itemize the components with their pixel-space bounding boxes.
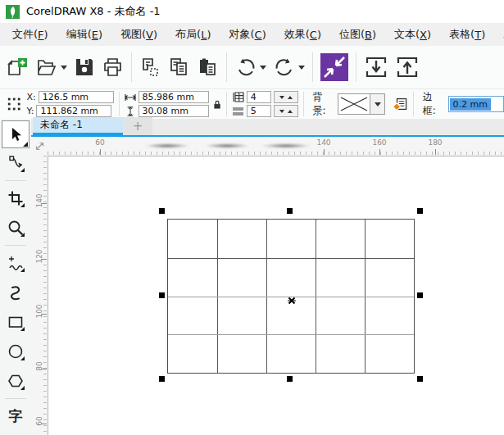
vruler-major-tick xyxy=(41,424,47,424)
new-tab-button[interactable]: + xyxy=(123,117,152,135)
shape-tool[interactable] xyxy=(0,148,31,178)
ruler-smudge xyxy=(262,143,310,148)
save-button[interactable] xyxy=(70,51,98,84)
import-button[interactable] xyxy=(361,51,392,84)
menu-text[interactable]: 文本(X) xyxy=(385,23,440,46)
vruler-label: 140 xyxy=(35,193,43,208)
crop-icon xyxy=(7,190,24,206)
border-width-input[interactable]: 0.2 mm xyxy=(448,96,504,112)
toolbar-separator xyxy=(226,52,227,82)
selection-handle-top-left[interactable] xyxy=(159,208,165,214)
selection-handle-middle-left[interactable] xyxy=(159,292,165,298)
window-title: CorelDRAW X8 - 未命名 -1 xyxy=(26,4,161,19)
new-document-button[interactable] xyxy=(4,51,33,84)
object-position-icon xyxy=(7,96,21,112)
toolbar-separator xyxy=(131,52,132,82)
open-button[interactable] xyxy=(33,51,70,84)
drawing-page[interactable] xyxy=(48,156,504,435)
table-columns-icon xyxy=(232,106,244,116)
cut-icon xyxy=(139,57,161,79)
freehand-tool[interactable] xyxy=(0,248,31,278)
paste-button[interactable] xyxy=(193,51,222,84)
selection-handle-bottom-left[interactable] xyxy=(159,376,165,382)
selection-handle-middle-right[interactable] xyxy=(417,292,423,298)
zoom-tool[interactable] xyxy=(0,213,31,242)
export-button[interactable] xyxy=(392,51,423,84)
cut-button[interactable] xyxy=(136,51,165,84)
lock-ratio-icon[interactable] xyxy=(213,99,221,110)
copy-icon xyxy=(168,57,190,79)
copy-button[interactable] xyxy=(165,51,193,84)
object-height-icon xyxy=(125,106,136,116)
toolbox-separator xyxy=(5,398,26,399)
selection-handle-top-right[interactable] xyxy=(417,208,423,214)
border-label: 边框: xyxy=(423,90,444,118)
hruler-major-tick xyxy=(379,149,380,155)
menu-tools[interactable]: 工具(O) xyxy=(494,23,504,46)
toolbox-separator xyxy=(5,245,26,246)
selection-handle-bottom-middle[interactable] xyxy=(287,376,293,382)
undo-dropdown-caret[interactable] xyxy=(260,66,266,70)
crop-tool[interactable] xyxy=(0,184,31,213)
menu-table[interactable]: 表格(T) xyxy=(440,23,494,46)
propbar-separator xyxy=(226,92,227,116)
menu-edit[interactable]: 编辑(E) xyxy=(57,23,111,46)
pick-arrow-icon xyxy=(7,126,24,143)
print-button[interactable] xyxy=(98,51,127,84)
undo-icon xyxy=(234,56,257,79)
no-fill-swatch-icon xyxy=(338,93,370,115)
table-rows-spinner[interactable] xyxy=(274,91,298,103)
menu-layout[interactable]: 布局(L) xyxy=(166,23,220,46)
collapse-arrows-icon xyxy=(320,53,348,81)
selection-handle-top-middle[interactable] xyxy=(287,208,293,214)
undo-button[interactable] xyxy=(231,51,270,84)
rectangle-icon xyxy=(7,314,24,330)
x-position-input[interactable]: 126.5 mm xyxy=(39,91,114,103)
horizontal-ruler[interactable]: 60 140 160 180 xyxy=(48,137,504,156)
toolbar-separator xyxy=(356,52,356,82)
background-dropdown-caret[interactable] xyxy=(370,93,385,115)
text-tool[interactable]: 字 xyxy=(0,401,31,431)
document-tab-active[interactable]: 未命名 -1 xyxy=(33,117,123,135)
menu-view[interactable]: 视图(V) xyxy=(111,23,166,46)
object-center-marker[interactable] xyxy=(288,292,296,308)
y-position-input[interactable]: 111.862 mm xyxy=(36,105,111,117)
text-tool-glyph: 字 xyxy=(9,410,23,424)
toolbar-separator xyxy=(312,52,313,82)
curve-tool[interactable] xyxy=(0,278,31,307)
open-dropdown-caret[interactable] xyxy=(61,66,67,70)
menu-bitmaps[interactable]: 位图(B) xyxy=(330,23,385,46)
freehand-icon xyxy=(7,255,24,271)
shape-edit-icon xyxy=(7,155,24,171)
edit-fill-icon[interactable] xyxy=(393,96,407,112)
polygon-tool[interactable] xyxy=(0,366,31,396)
background-fill-dropdown[interactable] xyxy=(338,93,385,115)
table-columns-input[interactable]: 5 xyxy=(247,105,271,117)
selection-handle-bottom-right[interactable] xyxy=(417,376,423,382)
ruler-origin[interactable] xyxy=(31,137,48,156)
menu-file[interactable]: 文件(F) xyxy=(3,23,57,46)
menu-effects[interactable]: 效果(C) xyxy=(275,23,330,46)
table-columns-spinner[interactable] xyxy=(274,105,298,117)
object-height-input[interactable]: 30.08 mm xyxy=(138,105,209,117)
object-width-icon xyxy=(125,93,136,102)
export-icon xyxy=(395,55,420,79)
pick-tool[interactable] xyxy=(2,120,30,148)
menu-object[interactable]: 对象(C) xyxy=(220,23,275,46)
ruler-origin-icon xyxy=(34,141,45,152)
hruler-major-tick xyxy=(100,149,101,155)
background-label: 背景: xyxy=(313,90,334,118)
vruler-label: 120 xyxy=(35,249,43,264)
rectangle-tool[interactable] xyxy=(0,307,31,337)
vertical-ruler[interactable]: 140 120 100 80 60 xyxy=(31,156,48,435)
coreldraw-logo-icon xyxy=(6,5,20,19)
object-width-input[interactable]: 85.986 mm xyxy=(138,91,209,103)
ellipse-tool[interactable] xyxy=(0,337,31,366)
ellipse-icon xyxy=(7,343,24,360)
hruler-label: 60 xyxy=(95,138,104,147)
ruler-smudge xyxy=(206,143,248,148)
redo-button[interactable] xyxy=(270,51,308,84)
redo-dropdown-caret[interactable] xyxy=(298,66,305,70)
table-rows-input[interactable]: 4 xyxy=(247,91,271,103)
app-launcher-button[interactable] xyxy=(317,51,352,84)
